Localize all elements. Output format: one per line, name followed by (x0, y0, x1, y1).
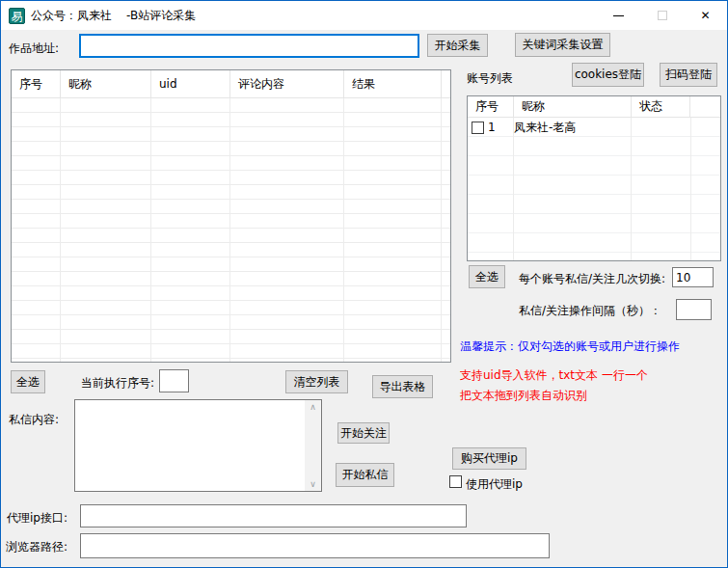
comment-table-header: 序号 昵称 uid 评论内容 结果 (12, 70, 450, 98)
maximize-button[interactable] (640, 1, 684, 30)
use-proxy-label: 使用代理ip (466, 476, 523, 493)
account-row[interactable]: 1 凤来社-老高 (468, 118, 720, 137)
gridline (343, 98, 344, 362)
qr-login-button[interactable]: 扫码登陆 (660, 63, 717, 87)
col-nickname: 昵称 (514, 96, 632, 117)
app-icon: 易 (9, 8, 25, 24)
col-spare (442, 70, 450, 97)
scroll-down-icon[interactable]: ∨ (310, 477, 316, 491)
account-table-header: 序号 昵称 状态 (468, 96, 720, 118)
keyword-settings-button[interactable]: 关键词采集设置 (515, 33, 610, 57)
dm-content-box: ∧ ∨ (74, 399, 322, 492)
minimize-button[interactable] (597, 1, 640, 30)
comment-table-body (12, 98, 450, 362)
col-status: 状态 (632, 96, 690, 117)
account-checkbox[interactable] (472, 122, 484, 134)
scroll-up-icon[interactable]: ∧ (310, 400, 316, 414)
gridline (631, 118, 632, 260)
client-area: 作品地址: 开始采集 关键词采集设置 账号列表 cookies登陆 扫码登陆 序… (1, 30, 727, 567)
dm-content-label: 私信内容: (9, 412, 59, 428)
start-dm-button[interactable]: 开始私信 (336, 463, 394, 487)
switch-count-label: 每个账号私信/关注几次切换: (519, 271, 665, 287)
gridline (690, 118, 691, 260)
current-index-input[interactable] (159, 369, 189, 392)
col-result: 结果 (344, 70, 442, 97)
minimize-icon (613, 15, 624, 16)
gridline (150, 98, 151, 362)
window-title-suffix: -B站评论采集 (126, 8, 196, 24)
hint-blue-text: 温馨提示：仅对勾选的账号或用户进行操作 (460, 338, 680, 355)
proxy-api-label: 代理ip接口: (7, 510, 67, 527)
interval-label: 私信/关注操作间隔（秒）： (519, 303, 661, 319)
account-nickname: 凤来社-老高 (514, 120, 632, 136)
work-address-label: 作品地址: (9, 41, 59, 57)
gridline (60, 98, 61, 362)
caption-buttons: ✕ (597, 1, 727, 30)
start-collect-button[interactable]: 开始采集 (427, 34, 488, 57)
export-table-button[interactable]: 导出表格 (372, 375, 433, 398)
col-spare (690, 96, 720, 117)
comment-select-all-button[interactable]: 全选 (11, 370, 45, 393)
window-title: 公众号：凤来社 (31, 8, 112, 24)
buy-proxy-button[interactable]: 购买代理ip (452, 447, 526, 470)
account-index: 1 (488, 121, 514, 134)
gridline (441, 98, 442, 362)
cookies-login-button[interactable]: cookies登陆 (572, 63, 644, 87)
hint-red-text-2: 把文本拖到列表自动识别 (460, 388, 587, 404)
account-select-all-button[interactable]: 全选 (469, 265, 505, 288)
clear-list-button[interactable]: 清空列表 (285, 370, 348, 393)
col-nickname: 昵称 (61, 70, 151, 97)
account-table[interactable]: 序号 昵称 状态 1 凤来社-老高 (467, 95, 721, 261)
use-proxy-checkbox[interactable] (449, 475, 462, 488)
title-bar: 易 公众号：凤来社 -B站评论采集 ✕ (1, 1, 727, 30)
comment-table[interactable]: 序号 昵称 uid 评论内容 结果 (11, 69, 451, 363)
account-list-label: 账号列表 (467, 70, 513, 87)
col-index: 序号 (468, 96, 514, 117)
account-table-body: 1 凤来社-老高 (468, 118, 720, 260)
work-address-input[interactable] (79, 34, 419, 58)
dm-scrollbar[interactable]: ∧ ∨ (305, 400, 321, 491)
dm-content-input[interactable] (75, 400, 305, 491)
col-index: 序号 (12, 70, 61, 97)
switch-count-input[interactable] (672, 267, 714, 287)
col-uid: uid (151, 70, 230, 97)
close-button[interactable]: ✕ (684, 1, 727, 30)
maximize-icon (658, 11, 667, 20)
current-index-label: 当前执行序号: (81, 375, 154, 392)
gridline (513, 118, 514, 260)
gridline (229, 98, 230, 362)
col-comment: 评论内容 (230, 70, 344, 97)
hint-red-text-1: 支持uid导入软件，txt文本 一行一个 (460, 367, 648, 384)
start-follow-button[interactable]: 开始关注 (337, 422, 390, 444)
close-icon: ✕ (700, 9, 710, 22)
browser-path-input[interactable] (80, 533, 550, 558)
browser-path-label: 浏览器路径: (6, 539, 67, 555)
proxy-api-input[interactable] (80, 504, 467, 527)
interval-input[interactable] (676, 299, 712, 320)
